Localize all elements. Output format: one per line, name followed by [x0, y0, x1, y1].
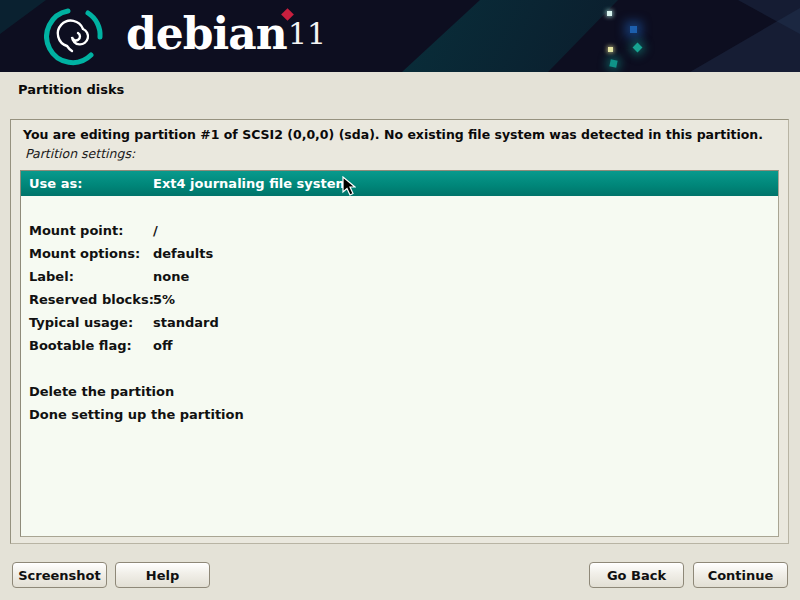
partition-settings-list[interactable]: Use as: Ext4 journaling file system Moun… [20, 170, 779, 537]
screenshot-button[interactable]: Screenshot [12, 562, 107, 588]
header-sparkle-white [607, 11, 612, 16]
go-back-button[interactable]: Go Back [589, 562, 684, 588]
mouse-cursor-icon [342, 176, 356, 197]
list-item-use-as[interactable]: Use as: Ext4 journaling file system [21, 171, 778, 196]
header-sparkle-blue [630, 26, 637, 33]
main-panel: You are editing partition #1 of SCSI2 (0… [10, 119, 789, 544]
header-banner: debian 11 [0, 0, 800, 72]
action-label: Done setting up the partition [21, 407, 778, 422]
header-decoration-teal-band [0, 0, 800, 72]
header-decoration-corner-band [0, 0, 800, 72]
header-sparkle-yellow [608, 47, 613, 52]
page-title: Partition disks [18, 82, 124, 97]
list-item-typical-usage[interactable]: Typical usage: standard [21, 311, 778, 334]
debian-swirl-logo-icon [44, 4, 108, 68]
header-decoration-right-band [0, 0, 800, 72]
list-item-mount-point[interactable]: Mount point: / [21, 219, 778, 242]
action-label: Delete the partition [21, 384, 778, 399]
setting-value: standard [153, 315, 219, 330]
setting-label: Label: [21, 269, 153, 284]
setting-value: off [153, 338, 172, 353]
list-item-mount-options[interactable]: Mount options: defaults [21, 242, 778, 265]
setting-value: 5% [153, 292, 175, 307]
setting-value: defaults [153, 246, 213, 261]
header-sparkle-teal-square [609, 59, 617, 67]
setting-value: none [153, 269, 189, 284]
header-decoration-left-corner [0, 0, 800, 72]
list-item-reserved-blocks[interactable]: Reserved blocks: 5% [21, 288, 778, 311]
list-item-spacer [21, 357, 778, 380]
setting-value: Ext4 journaling file system [153, 176, 349, 191]
list-item-spacer [21, 196, 778, 219]
setting-label: Typical usage: [21, 315, 153, 330]
setting-value: / [153, 223, 158, 238]
list-item-label[interactable]: Label: none [21, 265, 778, 288]
partition-settings-label: Partition settings: [25, 146, 135, 161]
info-message: You are editing partition #1 of SCSI2 (0… [23, 127, 763, 142]
list-item-bootable-flag[interactable]: Bootable flag: off [21, 334, 778, 357]
list-item-done-setting-up[interactable]: Done setting up the partition [21, 403, 778, 426]
list-item-delete-partition[interactable]: Delete the partition [21, 380, 778, 403]
setting-label: Bootable flag: [21, 338, 153, 353]
help-button[interactable]: Help [115, 562, 210, 588]
setting-label: Mount point: [21, 223, 153, 238]
brand-version: 11 [288, 16, 326, 51]
setting-label: Reserved blocks: [21, 292, 153, 307]
continue-button[interactable]: Continue [693, 562, 788, 588]
setting-label: Use as: [21, 176, 153, 191]
brand-name: debian [126, 8, 287, 59]
header-sparkle-teal-diamond [633, 43, 643, 53]
setting-label: Mount options: [21, 246, 153, 261]
